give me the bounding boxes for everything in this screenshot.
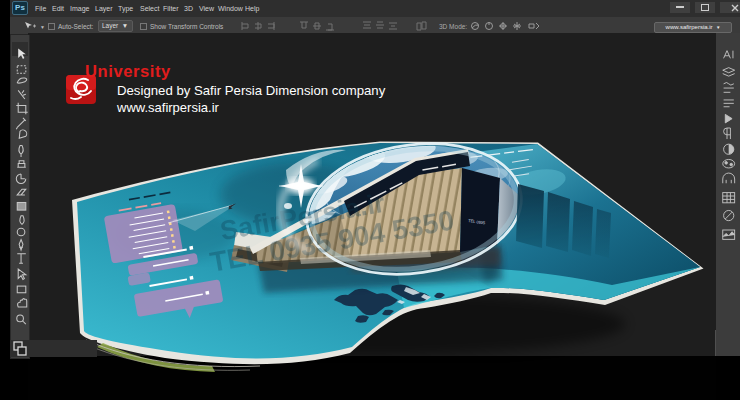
svg-text:Designed by Safir Persia Dimen: Designed by Safir Persia Dimension compa… bbox=[117, 83, 386, 98]
svg-text:www.safirpersia.ir: www.safirpersia.ir bbox=[116, 100, 220, 115]
svg-text:University: University bbox=[85, 62, 171, 80]
